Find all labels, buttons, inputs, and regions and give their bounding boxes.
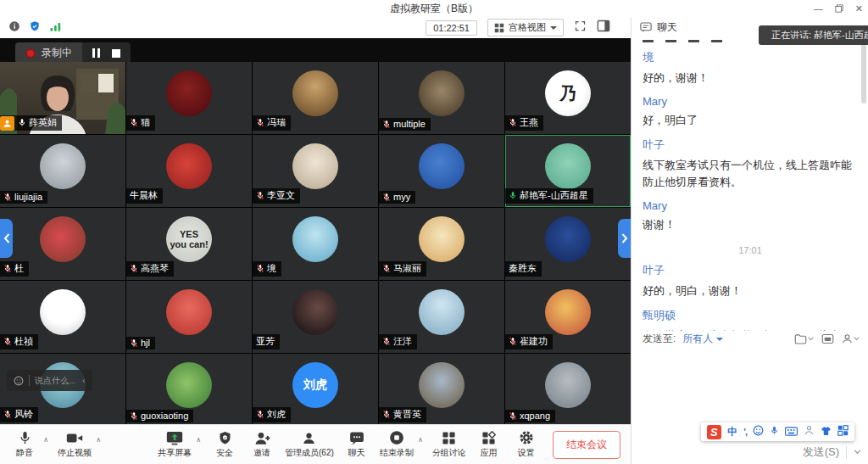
- fullscreen-icon[interactable]: [574, 20, 587, 36]
- toolbar-members-button[interactable]: 管理成员(62): [285, 430, 334, 459]
- toolbar-mic-button[interactable]: 静音∧: [10, 430, 39, 459]
- ime-menu-icon[interactable]: [837, 424, 849, 439]
- quick-chat-bar[interactable]: 说点什么...‹: [7, 370, 92, 391]
- ime-language-toggle[interactable]: 中: [727, 425, 737, 439]
- skin-icon[interactable]: [821, 424, 832, 439]
- participant-name-label: 猫: [126, 115, 155, 131]
- message-text: 有的学生没有绑定机构，问一下如何绑定: [643, 327, 858, 331]
- message-text: 好的，谢谢！: [643, 70, 858, 87]
- layout-panel-icon[interactable]: [597, 20, 610, 36]
- toolbar-item-label: 设置: [518, 447, 535, 459]
- toolbar-apps-button[interactable]: 应用: [475, 430, 504, 459]
- collapse-arrow-icon[interactable]: ‹: [81, 376, 85, 385]
- participant-tile[interactable]: 郝艳军-山西超星: [505, 135, 631, 207]
- soft-keyboard-icon[interactable]: [785, 424, 798, 439]
- send-button[interactable]: 发送(S): [803, 444, 839, 460]
- ime-punctuation-toggle[interactable]: ’,: [743, 427, 747, 437]
- quick-chat-placeholder: 说点什么...: [35, 375, 75, 387]
- toolbar-stop-record-button[interactable]: 结束录制∧: [380, 430, 414, 459]
- participant-tile[interactable]: 风铃说点什么...‹: [0, 354, 125, 424]
- participant-tile[interactable]: 黄晋英: [379, 354, 504, 424]
- toolbar-security-button[interactable]: 安全: [210, 430, 239, 459]
- toolbar-invite-button[interactable]: 邀请: [248, 430, 276, 459]
- previous-page-arrow[interactable]: [0, 219, 13, 258]
- participant-tile[interactable]: liujiajia: [0, 135, 125, 207]
- participant-name: 猫: [141, 116, 150, 129]
- toolbar-item-label: 共享屏幕: [158, 447, 192, 459]
- chevron-up-icon[interactable]: ∧: [96, 436, 101, 444]
- participant-tile[interactable]: 崔建功: [505, 281, 631, 353]
- participant-tile[interactable]: 冯瑞: [253, 62, 378, 134]
- apps-icon: [481, 430, 496, 445]
- next-page-arrow[interactable]: [618, 219, 631, 258]
- info-icon[interactable]: [8, 20, 20, 36]
- toolbar-item-label: 邀请: [253, 447, 270, 459]
- participant-name: hjl: [141, 338, 150, 348]
- avatar: [166, 289, 212, 335]
- toolbar-item-label: 管理成员(62): [285, 447, 334, 459]
- pause-recording-icon[interactable]: [92, 48, 100, 58]
- network-signal-icon[interactable]: [49, 20, 62, 36]
- participant-tile[interactable]: 乃王燕: [505, 62, 631, 134]
- screenshot-icon[interactable]: [821, 333, 834, 344]
- toolbar-camera-button[interactable]: 停止视频∧: [58, 430, 92, 459]
- send-to-dropdown[interactable]: 所有人: [682, 332, 723, 346]
- toolbar-share-screen-button[interactable]: 共享屏幕∧: [158, 430, 192, 459]
- participant-tile[interactable]: multiple: [379, 62, 504, 134]
- toolbar-settings-gear-button[interactable]: 设置: [512, 430, 541, 459]
- participant-name: myy: [393, 192, 410, 202]
- chevron-up-icon[interactable]: ∧: [418, 436, 423, 444]
- emoji-icon[interactable]: [753, 424, 764, 439]
- recording-indicator: 录制中: [15, 42, 131, 64]
- ime-tools-icon[interactable]: [804, 424, 815, 439]
- participant-tile[interactable]: hjl: [126, 281, 252, 353]
- restore-icon[interactable]: [835, 4, 843, 13]
- send-options-chevron-icon[interactable]: [854, 450, 861, 455]
- live-mic-icon: [18, 118, 26, 127]
- minimize-icon[interactable]: —: [814, 4, 823, 14]
- close-icon[interactable]: ✕: [855, 4, 863, 14]
- sogou-logo-icon[interactable]: S: [707, 425, 721, 439]
- member-select-icon[interactable]: [842, 333, 860, 344]
- participant-tile[interactable]: 亚芳: [253, 281, 378, 353]
- participant-tile[interactable]: 境: [253, 208, 378, 280]
- chevron-up-icon[interactable]: ∧: [196, 436, 201, 444]
- participant-tile[interactable]: 秦胜东: [505, 208, 631, 280]
- mic-icon: [18, 430, 32, 445]
- participant-tile[interactable]: 汪洋: [379, 281, 504, 353]
- chat-input-area[interactable]: [632, 352, 868, 426]
- toolbar-item-label: 静音: [16, 447, 33, 459]
- participant-tile[interactable]: myy: [379, 135, 504, 207]
- chevron-up-icon[interactable]: ∧: [43, 436, 48, 444]
- stop-recording-icon[interactable]: [112, 49, 120, 58]
- voice-input-icon[interactable]: [770, 424, 779, 439]
- participant-tile[interactable]: xqpang: [505, 354, 631, 424]
- security-shield-icon[interactable]: [29, 20, 41, 36]
- participant-tile[interactable]: 杜: [0, 208, 125, 280]
- avatar: [40, 216, 86, 262]
- participant-tile[interactable]: 杜祯: [0, 281, 125, 353]
- participant-name-label: hjl: [126, 337, 155, 349]
- participant-tile[interactable]: 牛晨林: [126, 135, 252, 207]
- toolbar-breakout-button[interactable]: 分组讨论: [432, 430, 466, 459]
- message-sender: Mary: [643, 199, 858, 212]
- participant-tile[interactable]: guoxiaoting: [126, 354, 252, 424]
- participant-tile[interactable]: 薛英娟: [0, 62, 125, 134]
- participant-tile[interactable]: 李亚文: [253, 135, 378, 207]
- avatar: [419, 289, 465, 335]
- toolbar-chat-bubble-button[interactable]: 聊天: [342, 430, 371, 459]
- muted-mic-icon: [256, 191, 264, 200]
- folder-icon[interactable]: [794, 333, 814, 344]
- view-mode-selector[interactable]: 宫格视图: [487, 19, 564, 36]
- participant-tile[interactable]: 刘虎刘虎: [253, 354, 378, 424]
- send-to-label: 发送至:: [643, 332, 676, 346]
- participant-tile[interactable]: 马淑丽: [379, 208, 504, 280]
- end-meeting-button[interactable]: 结束会议: [553, 431, 620, 459]
- participant-name: guoxiaoting: [141, 411, 188, 421]
- chat-scrollbar-thumb[interactable]: [861, 42, 866, 103]
- participant-name: 牛晨林: [130, 189, 158, 202]
- window-controls: — ✕: [814, 0, 863, 17]
- participant-tile[interactable]: YES you can!高燕琴: [126, 208, 252, 280]
- muted-mic-icon: [256, 410, 264, 419]
- participant-tile[interactable]: 猫: [126, 62, 252, 134]
